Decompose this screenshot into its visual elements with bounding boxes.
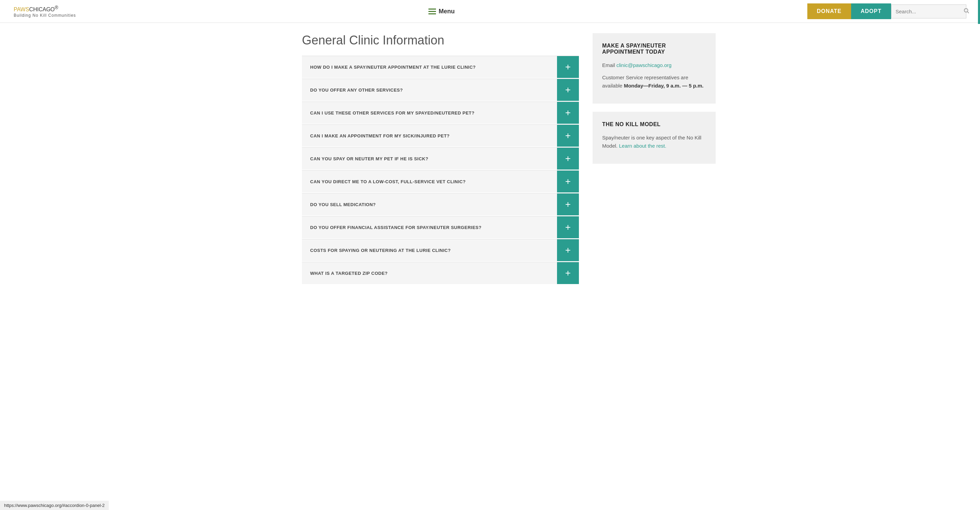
accordion-toggle[interactable]: +: [557, 262, 579, 284]
accordion-label: CAN I USE THESE OTHER SERVICES FOR MY SP…: [302, 103, 557, 122]
accordion-item[interactable]: CAN I MAKE AN APPOINTMENT FOR MY SICK/IN…: [302, 124, 579, 147]
hamburger-icon: [428, 8, 436, 14]
main-content: General Clinic Information HOW DO I MAKE…: [251, 23, 729, 295]
accordion-toggle[interactable]: +: [557, 102, 579, 124]
header: PAWSCHICAGO® Building No Kill Communitie…: [0, 0, 980, 23]
header-buttons: DONATE ADOPT: [807, 3, 966, 19]
accordion-toggle[interactable]: +: [557, 125, 579, 147]
scroll-indicator: [978, 0, 980, 24]
accordion-item[interactable]: COSTS FOR SPAYING OR NEUTERING AT THE LU…: [302, 239, 579, 261]
sidebar-card-appointment: MAKE A SPAY/NEUTER APPOINTMENT TODAY Ema…: [593, 33, 716, 103]
accordion-toggle[interactable]: +: [557, 239, 579, 261]
sidebar-nokill-text: Spay/neuter is one key aspect of the No …: [602, 133, 706, 150]
accordion-label: WHAT IS A TARGETED ZIP CODE?: [302, 264, 557, 283]
header-nav: Menu: [428, 8, 455, 15]
accordion-toggle[interactable]: +: [557, 56, 579, 78]
adopt-button[interactable]: ADOPT: [851, 3, 891, 19]
logo-tagline: Building No Kill Communities: [14, 13, 76, 18]
search-icon: [963, 8, 969, 15]
logo: PAWSCHICAGO® Building No Kill Communitie…: [14, 5, 76, 17]
accordion-label: CAN YOU SPAY OR NEUTER MY PET IF HE IS S…: [302, 149, 557, 168]
accordion-toggle[interactable]: +: [557, 170, 579, 192]
content-left: General Clinic Information HOW DO I MAKE…: [302, 33, 579, 285]
accordion-item[interactable]: CAN I USE THESE OTHER SERVICES FOR MY SP…: [302, 102, 579, 124]
logo-chicago: CHICAGO: [29, 7, 55, 13]
accordion-item[interactable]: DO YOU OFFER FINANCIAL ASSISTANCE FOR SP…: [302, 216, 579, 238]
accordion-label: HOW DO I MAKE A SPAY/NEUTER APPOINTMENT …: [302, 58, 557, 76]
sidebar-card-nokill-title: THE NO KILL MODEL: [602, 121, 706, 127]
donate-button[interactable]: DONATE: [807, 3, 851, 19]
sidebar-card-nokill: THE NO KILL MODEL Spay/neuter is one key…: [593, 112, 716, 164]
sidebar: MAKE A SPAY/NEUTER APPOINTMENT TODAY Ema…: [593, 33, 716, 285]
sidebar-hours-text: Customer Service representatives are ava…: [602, 73, 706, 90]
menu-button[interactable]: Menu: [428, 8, 455, 15]
accordion-item[interactable]: DO YOU SELL MEDICATION? +: [302, 193, 579, 215]
sidebar-card-appointment-title: MAKE A SPAY/NEUTER APPOINTMENT TODAY: [602, 43, 706, 55]
accordion-item[interactable]: CAN YOU DIRECT ME TO A LOW-COST, FULL-SE…: [302, 170, 579, 192]
menu-label: Menu: [439, 8, 455, 15]
accordion-label: CAN I MAKE AN APPOINTMENT FOR MY SICK/IN…: [302, 127, 557, 145]
accordion-toggle[interactable]: +: [557, 194, 579, 215]
accordion-toggle[interactable]: +: [557, 148, 579, 170]
sidebar-email-text: Email clinic@pawschicago.org: [602, 61, 706, 69]
accordion-label: DO YOU OFFER ANY OTHER SERVICES?: [302, 81, 557, 100]
svg-point-0: [964, 8, 968, 12]
accordion-toggle[interactable]: +: [557, 216, 579, 238]
search-box: [891, 5, 966, 19]
accordion: HOW DO I MAKE A SPAY/NEUTER APPOINTMENT …: [302, 56, 579, 284]
svg-line-1: [967, 12, 969, 13]
accordion-toggle[interactable]: +: [557, 79, 579, 101]
accordion-label: COSTS FOR SPAYING OR NEUTERING AT THE LU…: [302, 241, 557, 260]
logo-paws: PAWS: [14, 7, 29, 13]
sidebar-nokill-link[interactable]: Learn about the rest.: [619, 143, 666, 149]
sidebar-email-link[interactable]: clinic@pawschicago.org: [617, 62, 671, 68]
accordion-label: DO YOU OFFER FINANCIAL ASSISTANCE FOR SP…: [302, 218, 557, 237]
logo-trademark: ®: [55, 5, 58, 10]
accordion-item[interactable]: WHAT IS A TARGETED ZIP CODE? +: [302, 262, 579, 284]
accordion-item[interactable]: HOW DO I MAKE A SPAY/NEUTER APPOINTMENT …: [302, 56, 579, 78]
search-input[interactable]: [896, 8, 961, 14]
accordion-item[interactable]: DO YOU OFFER ANY OTHER SERVICES? +: [302, 79, 579, 101]
accordion-label: CAN YOU DIRECT ME TO A LOW-COST, FULL-SE…: [302, 172, 557, 191]
accordion-item[interactable]: CAN YOU SPAY OR NEUTER MY PET IF HE IS S…: [302, 147, 579, 170]
page-title: General Clinic Information: [302, 33, 579, 48]
accordion-label: DO YOU SELL MEDICATION?: [302, 195, 557, 214]
